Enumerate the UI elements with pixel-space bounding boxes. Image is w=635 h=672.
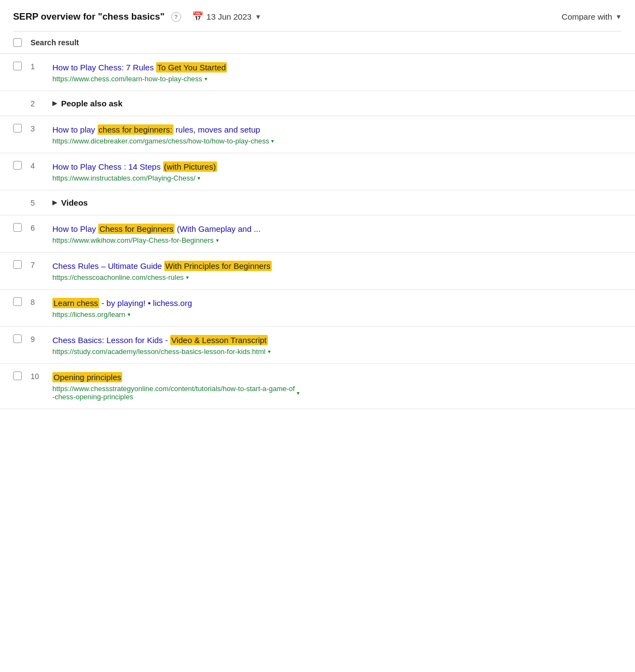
url-chevron-icon: ▾ bbox=[271, 138, 274, 144]
row-number: 10 bbox=[31, 371, 44, 381]
url-chevron-icon: ▾ bbox=[268, 349, 271, 355]
url-text: https://www.instructables.com/Playing-Ch… bbox=[52, 174, 195, 182]
compare-with-selector[interactable]: Compare with ▼ bbox=[562, 12, 622, 21]
highlighted-text: Opening principles bbox=[52, 372, 122, 382]
url-text: https://chesscoachonline.com/chess-rules bbox=[52, 273, 184, 281]
url-chevron-icon: ▾ bbox=[216, 237, 219, 243]
url-chevron-icon: ▾ bbox=[205, 76, 207, 82]
result-title[interactable]: Opening principles bbox=[52, 372, 122, 382]
url-text: https://www.dicebreaker.com/games/chess/… bbox=[52, 137, 269, 145]
special-row[interactable]: 5 ▶ Videos bbox=[0, 190, 635, 215]
row-checkbox[interactable] bbox=[13, 62, 22, 70]
result-content: Opening principles https://www.chessstra… bbox=[52, 371, 622, 401]
title-text: rules, moves and setup bbox=[173, 125, 260, 134]
row-checkbox[interactable] bbox=[13, 334, 22, 343]
title-text: Chess Rules – Ultimate Guide bbox=[52, 261, 164, 271]
page-title: SERP overview for "chess basics" bbox=[13, 11, 165, 22]
table-row: 10 Opening principles https://www.chesss… bbox=[0, 364, 635, 409]
row-checkbox[interactable] bbox=[13, 161, 22, 170]
row-checkbox[interactable] bbox=[13, 124, 22, 133]
title-text: How to play bbox=[52, 125, 98, 134]
table-row: 7 Chess Rules – Ultimate Guide With Prin… bbox=[0, 253, 635, 290]
url-text: https://www.wikihow.com/Play-Chess-for-B… bbox=[52, 236, 214, 244]
help-icon[interactable]: ? bbox=[171, 12, 181, 22]
row-checkbox-area: 6 bbox=[13, 223, 44, 232]
row-number: 4 bbox=[31, 161, 44, 170]
result-content: How to Play Chess: 7 Rules To Get You St… bbox=[52, 62, 622, 83]
title-text: (With Gameplay and ... bbox=[175, 224, 261, 233]
url-chevron-icon: ▾ bbox=[128, 311, 130, 317]
calendar-icon: 📅 bbox=[192, 11, 203, 22]
row-checkbox[interactable] bbox=[13, 223, 22, 232]
row-number: 9 bbox=[31, 334, 44, 344]
result-url[interactable]: https://chesscoachonline.com/chess-rules… bbox=[52, 273, 622, 281]
result-url[interactable]: https://www.dicebreaker.com/games/chess/… bbox=[52, 137, 622, 145]
result-url[interactable]: https://lichess.org/learn ▾ bbox=[52, 310, 622, 319]
result-content: How to play chess for beginners: rules, … bbox=[52, 124, 622, 145]
table-row: 3 How to play chess for beginners: rules… bbox=[0, 116, 635, 153]
url-text: https://study.com/academy/lesson/chess-b… bbox=[52, 347, 266, 356]
result-title[interactable]: Chess Basics: Lesson for Kids - Video & … bbox=[52, 335, 268, 345]
table-header: Search result bbox=[0, 32, 635, 54]
result-content: Chess Rules – Ultimate Guide With Princi… bbox=[52, 260, 622, 281]
row-checkbox-area: 7 bbox=[13, 260, 44, 269]
result-url[interactable]: https://study.com/academy/lesson/chess-b… bbox=[52, 347, 622, 356]
title-text: How to Play Chess: 7 Rules bbox=[52, 63, 156, 72]
table-header-label: Search result bbox=[31, 38, 79, 47]
row-number: 1 bbox=[31, 62, 44, 71]
result-title[interactable]: How to Play Chess: 7 Rules To Get You St… bbox=[52, 62, 227, 73]
result-title[interactable]: Learn chess - by playing! • lichess.org bbox=[52, 298, 192, 308]
row-number: 2 bbox=[31, 99, 44, 108]
highlighted-text: (with Pictures) bbox=[163, 161, 217, 172]
special-row[interactable]: 2 ▶ People also ask bbox=[0, 91, 635, 116]
url-text: https://lichess.org/learn bbox=[52, 310, 125, 319]
highlighted-text: Learn chess bbox=[52, 298, 99, 308]
row-checkbox[interactable] bbox=[13, 371, 22, 380]
result-title[interactable]: How to Play Chess for Beginners (With Ga… bbox=[52, 224, 261, 234]
select-all-checkbox[interactable] bbox=[13, 38, 22, 47]
result-url[interactable]: https://www.wikihow.com/Play-Chess-for-B… bbox=[52, 236, 622, 244]
result-title[interactable]: Chess Rules – Ultimate Guide With Princi… bbox=[52, 261, 272, 271]
row-checkbox-area: 4 bbox=[13, 161, 44, 170]
table-row: 6 How to Play Chess for Beginners (With … bbox=[0, 215, 635, 253]
highlighted-text: With Principles for Beginners bbox=[164, 261, 272, 271]
compare-with-label: Compare with bbox=[562, 12, 613, 21]
row-checkbox-area: 10 bbox=[13, 371, 44, 381]
highlighted-text: Chess for Beginners bbox=[98, 224, 175, 234]
title-text: How to Play bbox=[52, 224, 98, 233]
row-number: 3 bbox=[31, 124, 44, 133]
table-row: 9 Chess Basics: Lesson for Kids - Video … bbox=[0, 327, 635, 364]
title-text: How to Play Chess : 14 Steps bbox=[52, 162, 163, 171]
table-row: 8 Learn chess - by playing! • lichess.or… bbox=[0, 290, 635, 327]
url-chevron-icon: ▾ bbox=[186, 274, 189, 280]
highlighted-text: To Get You Started bbox=[156, 62, 227, 73]
row-checkbox[interactable] bbox=[13, 297, 22, 306]
compare-with-chevron-icon: ▼ bbox=[615, 13, 622, 21]
row-number: 5 bbox=[31, 198, 44, 207]
title-text: - by playing! • lichess.org bbox=[99, 298, 192, 308]
row-number: 6 bbox=[31, 223, 44, 232]
date-label: 13 Jun 2023 bbox=[207, 12, 252, 21]
url-text: https://www.chessstrategyonline.com/cont… bbox=[52, 385, 295, 401]
date-selector[interactable]: 📅 13 Jun 2023 ▼ bbox=[192, 11, 261, 22]
row-checkbox[interactable] bbox=[13, 260, 22, 269]
result-url[interactable]: https://www.chess.com/learn-how-to-play-… bbox=[52, 75, 622, 83]
triangle-icon: ▶ bbox=[52, 199, 57, 206]
row-checkbox-area: 3 bbox=[13, 124, 44, 133]
results-list: 1 How to Play Chess: 7 Rules To Get You … bbox=[0, 54, 635, 409]
url-chevron-icon: ▾ bbox=[197, 175, 200, 181]
url-chevron-icon: ▾ bbox=[297, 390, 299, 396]
highlighted-text: Video & Lesson Transcript bbox=[170, 335, 268, 345]
page-header: SERP overview for "chess basics" ? 📅 13 … bbox=[0, 0, 635, 31]
result-url[interactable]: https://www.chessstrategyonline.com/cont… bbox=[52, 385, 622, 401]
result-title[interactable]: How to Play Chess : 14 Steps (with Pictu… bbox=[52, 161, 217, 172]
row-checkbox-area: 8 bbox=[13, 297, 44, 307]
special-label: ▶ Videos bbox=[52, 198, 88, 207]
url-text: https://www.chess.com/learn-how-to-play-… bbox=[52, 75, 202, 83]
highlighted-text: chess for beginners: bbox=[98, 124, 173, 135]
result-url[interactable]: https://www.instructables.com/Playing-Ch… bbox=[52, 174, 622, 182]
title-text: Chess Basics: Lesson for Kids - bbox=[52, 335, 170, 345]
row-number: 8 bbox=[31, 297, 44, 307]
result-title[interactable]: How to play chess for beginners: rules, … bbox=[52, 124, 260, 135]
result-content: Learn chess - by playing! • lichess.org … bbox=[52, 297, 622, 319]
